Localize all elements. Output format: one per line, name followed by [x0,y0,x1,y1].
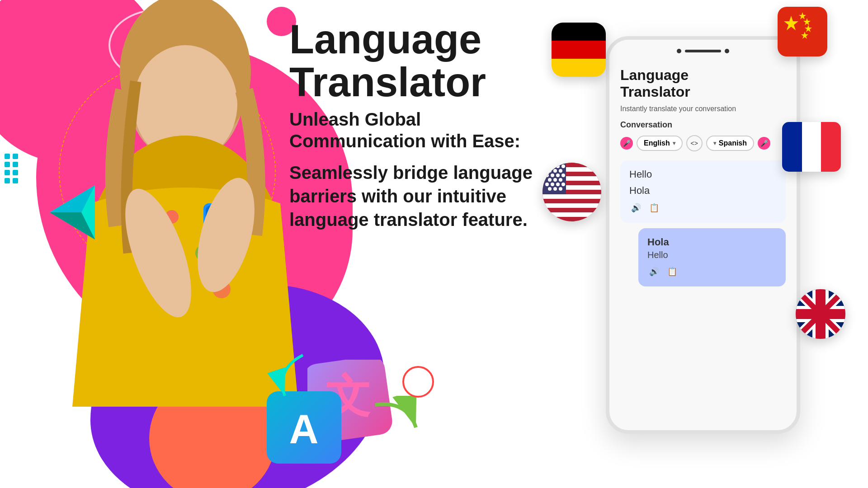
trans-actions-1: 🔊 📋 [629,201,777,215]
svg-point-51 [559,169,562,173]
svg-point-61 [556,183,560,186]
svg-rect-7 [13,178,18,183]
svg-rect-35 [802,122,821,172]
notch-dot-2 [725,49,729,53]
phone-subtitle: Instantly translate your conversation [620,105,786,113]
svg-point-55 [561,174,565,177]
svg-point-53 [551,174,554,177]
svg-point-65 [559,187,562,191]
cyan-arrows-bottom [267,351,312,407]
svg-rect-0 [5,154,10,159]
svg-point-60 [551,183,554,186]
svg-rect-41 [542,194,601,199]
source-language-label: English [644,139,670,147]
copy-icon-2[interactable]: 📋 [665,265,679,278]
app-title: Language Translator [289,18,542,103]
svg-point-62 [561,183,565,186]
target-lang-chevron-left: ▾ [713,140,716,146]
german-flag [552,23,606,77]
svg-rect-6 [5,178,10,183]
svg-rect-2 [5,162,10,167]
french-flag [782,122,841,172]
svg-point-63 [548,187,552,191]
blue-dots-decoration [5,154,23,208]
svg-rect-5 [13,170,18,175]
tagline-headline: Unleash Global Communication with Ease: [289,108,542,152]
svg-point-48 [561,164,565,168]
trans-source-text-1: Hello [629,169,777,180]
svg-point-59 [545,183,549,186]
title-section: Language Translator [289,18,542,103]
trans-target-text-2: Hola [647,236,777,248]
green-arrow-bottom [371,396,425,443]
translation-box-1: Hello Hola 🔊 📋 [620,160,786,223]
usa-flag [542,163,601,221]
svg-rect-3 [13,162,18,167]
speaker-icon-2[interactable]: 🔊 [647,265,661,278]
svg-point-58 [559,178,562,182]
phone-app-title: Language Translator [620,67,786,100]
svg-text:A: A [289,407,319,452]
svg-rect-34 [782,122,802,172]
svg-rect-36 [821,122,841,172]
svg-point-54 [556,174,560,177]
svg-rect-42 [542,203,601,208]
chinese-flag [778,7,827,56]
svg-point-57 [553,178,557,182]
swap-languages-button[interactable]: <> [686,135,703,151]
svg-rect-27 [552,59,606,77]
cyan-arrow-decoration [36,176,108,250]
svg-point-50 [553,169,557,173]
text-section: Unleash Global Communication with Ease: … [289,108,542,231]
phone-mockup: Language Translator Instantly translate … [606,36,800,434]
svg-point-56 [548,178,552,182]
uk-flag [796,289,845,339]
phone-section-label: Conversation [620,120,786,130]
trans-source-text-2: Hello [647,250,777,260]
language-selector: 🎤 English ▾ <> ▾ Spanish 🎤 [620,135,786,151]
svg-rect-1 [13,154,18,159]
phone-notch [609,40,797,58]
target-language-button[interactable]: ▾ Spanish [706,136,754,151]
tagline-body: Seamlessly bridge language barriers with… [289,161,542,231]
red-circle-decoration [402,366,434,398]
svg-rect-25 [552,23,606,41]
trans-actions-2: 🔊 📋 [647,265,777,278]
trans-target-text-1: Hola [629,185,777,197]
source-language-button[interactable]: English ▾ [637,136,683,151]
copy-icon-1[interactable]: 📋 [647,201,661,215]
source-lang-chevron: ▾ [673,140,675,146]
notch-dot-1 [677,49,681,53]
svg-point-64 [553,187,557,191]
notch-line [685,50,721,52]
svg-rect-4 [5,170,10,175]
speaker-icon-1[interactable]: 🔊 [629,201,643,215]
phone-content: Language Translator Instantly translate … [609,58,797,301]
translation-box-2: Hola Hello 🔊 📋 [638,228,786,286]
mic-icon-left[interactable]: 🎤 [620,137,633,150]
target-language-label: Spanish [719,139,747,147]
svg-rect-26 [552,41,606,59]
mic-icon-right[interactable]: 🎤 [758,137,770,150]
